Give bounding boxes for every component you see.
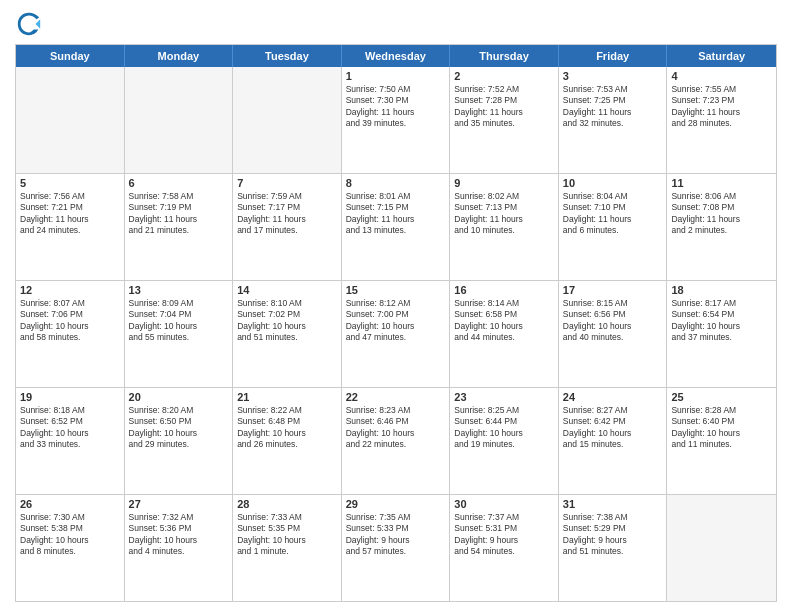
day-info: Sunrise: 7:55 AM Sunset: 7:23 PM Dayligh… [671, 84, 772, 130]
day-info: Sunrise: 7:50 AM Sunset: 7:30 PM Dayligh… [346, 84, 446, 130]
day-number: 24 [563, 391, 663, 403]
page: SundayMondayTuesdayWednesdayThursdayFrid… [0, 0, 792, 612]
day-info: Sunrise: 8:17 AM Sunset: 6:54 PM Dayligh… [671, 298, 772, 344]
day-of-week-friday: Friday [559, 45, 668, 67]
day-cell-23: 23Sunrise: 8:25 AM Sunset: 6:44 PM Dayli… [450, 388, 559, 494]
day-number: 29 [346, 498, 446, 510]
day-of-week-tuesday: Tuesday [233, 45, 342, 67]
calendar-header: SundayMondayTuesdayWednesdayThursdayFrid… [16, 45, 776, 67]
day-cell-3: 3Sunrise: 7:53 AM Sunset: 7:25 PM Daylig… [559, 67, 668, 173]
day-info: Sunrise: 7:59 AM Sunset: 7:17 PM Dayligh… [237, 191, 337, 237]
day-cell-8: 8Sunrise: 8:01 AM Sunset: 7:15 PM Daylig… [342, 174, 451, 280]
day-number: 27 [129, 498, 229, 510]
empty-cell-4-6 [667, 495, 776, 601]
day-info: Sunrise: 8:23 AM Sunset: 6:46 PM Dayligh… [346, 405, 446, 451]
day-number: 15 [346, 284, 446, 296]
day-info: Sunrise: 7:58 AM Sunset: 7:19 PM Dayligh… [129, 191, 229, 237]
day-cell-29: 29Sunrise: 7:35 AM Sunset: 5:33 PM Dayli… [342, 495, 451, 601]
day-info: Sunrise: 7:37 AM Sunset: 5:31 PM Dayligh… [454, 512, 554, 558]
day-number: 20 [129, 391, 229, 403]
day-info: Sunrise: 8:28 AM Sunset: 6:40 PM Dayligh… [671, 405, 772, 451]
day-cell-14: 14Sunrise: 8:10 AM Sunset: 7:02 PM Dayli… [233, 281, 342, 387]
day-cell-2: 2Sunrise: 7:52 AM Sunset: 7:28 PM Daylig… [450, 67, 559, 173]
day-number: 17 [563, 284, 663, 296]
day-of-week-monday: Monday [125, 45, 234, 67]
day-cell-20: 20Sunrise: 8:20 AM Sunset: 6:50 PM Dayli… [125, 388, 234, 494]
day-number: 10 [563, 177, 663, 189]
day-number: 23 [454, 391, 554, 403]
day-number: 5 [20, 177, 120, 189]
day-number: 31 [563, 498, 663, 510]
empty-cell-0-2 [233, 67, 342, 173]
day-info: Sunrise: 7:35 AM Sunset: 5:33 PM Dayligh… [346, 512, 446, 558]
day-info: Sunrise: 8:20 AM Sunset: 6:50 PM Dayligh… [129, 405, 229, 451]
day-cell-17: 17Sunrise: 8:15 AM Sunset: 6:56 PM Dayli… [559, 281, 668, 387]
day-cell-11: 11Sunrise: 8:06 AM Sunset: 7:08 PM Dayli… [667, 174, 776, 280]
day-number: 30 [454, 498, 554, 510]
day-info: Sunrise: 7:38 AM Sunset: 5:29 PM Dayligh… [563, 512, 663, 558]
day-number: 19 [20, 391, 120, 403]
day-info: Sunrise: 8:01 AM Sunset: 7:15 PM Dayligh… [346, 191, 446, 237]
day-of-week-sunday: Sunday [16, 45, 125, 67]
day-info: Sunrise: 7:53 AM Sunset: 7:25 PM Dayligh… [563, 84, 663, 130]
day-number: 28 [237, 498, 337, 510]
day-info: Sunrise: 8:07 AM Sunset: 7:06 PM Dayligh… [20, 298, 120, 344]
day-cell-18: 18Sunrise: 8:17 AM Sunset: 6:54 PM Dayli… [667, 281, 776, 387]
empty-cell-0-1 [125, 67, 234, 173]
day-cell-27: 27Sunrise: 7:32 AM Sunset: 5:36 PM Dayli… [125, 495, 234, 601]
day-info: Sunrise: 7:52 AM Sunset: 7:28 PM Dayligh… [454, 84, 554, 130]
day-number: 25 [671, 391, 772, 403]
day-number: 12 [20, 284, 120, 296]
day-cell-15: 15Sunrise: 8:12 AM Sunset: 7:00 PM Dayli… [342, 281, 451, 387]
day-cell-12: 12Sunrise: 8:07 AM Sunset: 7:06 PM Dayli… [16, 281, 125, 387]
day-info: Sunrise: 7:30 AM Sunset: 5:38 PM Dayligh… [20, 512, 120, 558]
day-info: Sunrise: 7:33 AM Sunset: 5:35 PM Dayligh… [237, 512, 337, 558]
logo [15, 10, 47, 38]
day-cell-16: 16Sunrise: 8:14 AM Sunset: 6:58 PM Dayli… [450, 281, 559, 387]
day-number: 21 [237, 391, 337, 403]
day-cell-26: 26Sunrise: 7:30 AM Sunset: 5:38 PM Dayli… [16, 495, 125, 601]
day-number: 3 [563, 70, 663, 82]
day-number: 18 [671, 284, 772, 296]
day-info: Sunrise: 8:12 AM Sunset: 7:00 PM Dayligh… [346, 298, 446, 344]
day-number: 2 [454, 70, 554, 82]
day-cell-24: 24Sunrise: 8:27 AM Sunset: 6:42 PM Dayli… [559, 388, 668, 494]
day-cell-9: 9Sunrise: 8:02 AM Sunset: 7:13 PM Daylig… [450, 174, 559, 280]
day-number: 22 [346, 391, 446, 403]
day-info: Sunrise: 8:06 AM Sunset: 7:08 PM Dayligh… [671, 191, 772, 237]
day-number: 4 [671, 70, 772, 82]
day-number: 13 [129, 284, 229, 296]
day-info: Sunrise: 8:14 AM Sunset: 6:58 PM Dayligh… [454, 298, 554, 344]
day-cell-22: 22Sunrise: 8:23 AM Sunset: 6:46 PM Dayli… [342, 388, 451, 494]
calendar-row-2: 12Sunrise: 8:07 AM Sunset: 7:06 PM Dayli… [16, 281, 776, 388]
empty-cell-0-0 [16, 67, 125, 173]
day-cell-21: 21Sunrise: 8:22 AM Sunset: 6:48 PM Dayli… [233, 388, 342, 494]
day-of-week-wednesday: Wednesday [342, 45, 451, 67]
day-cell-6: 6Sunrise: 7:58 AM Sunset: 7:19 PM Daylig… [125, 174, 234, 280]
calendar-row-0: 1Sunrise: 7:50 AM Sunset: 7:30 PM Daylig… [16, 67, 776, 174]
day-cell-19: 19Sunrise: 8:18 AM Sunset: 6:52 PM Dayli… [16, 388, 125, 494]
day-info: Sunrise: 8:27 AM Sunset: 6:42 PM Dayligh… [563, 405, 663, 451]
day-cell-10: 10Sunrise: 8:04 AM Sunset: 7:10 PM Dayli… [559, 174, 668, 280]
day-info: Sunrise: 8:10 AM Sunset: 7:02 PM Dayligh… [237, 298, 337, 344]
calendar-row-1: 5Sunrise: 7:56 AM Sunset: 7:21 PM Daylig… [16, 174, 776, 281]
day-cell-13: 13Sunrise: 8:09 AM Sunset: 7:04 PM Dayli… [125, 281, 234, 387]
day-of-week-thursday: Thursday [450, 45, 559, 67]
logo-icon [15, 10, 43, 38]
day-cell-28: 28Sunrise: 7:33 AM Sunset: 5:35 PM Dayli… [233, 495, 342, 601]
header [15, 10, 777, 38]
day-cell-7: 7Sunrise: 7:59 AM Sunset: 7:17 PM Daylig… [233, 174, 342, 280]
day-info: Sunrise: 8:22 AM Sunset: 6:48 PM Dayligh… [237, 405, 337, 451]
calendar-body: 1Sunrise: 7:50 AM Sunset: 7:30 PM Daylig… [16, 67, 776, 601]
calendar-row-3: 19Sunrise: 8:18 AM Sunset: 6:52 PM Dayli… [16, 388, 776, 495]
day-info: Sunrise: 8:04 AM Sunset: 7:10 PM Dayligh… [563, 191, 663, 237]
day-number: 6 [129, 177, 229, 189]
day-info: Sunrise: 7:32 AM Sunset: 5:36 PM Dayligh… [129, 512, 229, 558]
day-cell-30: 30Sunrise: 7:37 AM Sunset: 5:31 PM Dayli… [450, 495, 559, 601]
day-info: Sunrise: 8:02 AM Sunset: 7:13 PM Dayligh… [454, 191, 554, 237]
day-number: 9 [454, 177, 554, 189]
day-of-week-saturday: Saturday [667, 45, 776, 67]
day-number: 8 [346, 177, 446, 189]
day-info: Sunrise: 8:15 AM Sunset: 6:56 PM Dayligh… [563, 298, 663, 344]
day-number: 26 [20, 498, 120, 510]
